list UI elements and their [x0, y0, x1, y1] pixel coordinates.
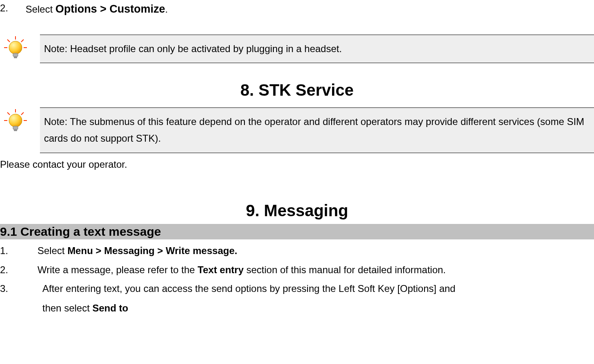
step-2-bold: Options > Customize	[55, 3, 165, 15]
section-9-1-heading: 9.1 Creating a text message	[0, 224, 594, 239]
svg-point-5	[9, 41, 22, 54]
text-run: then select	[42, 303, 92, 314]
step-body: Select Menu > Messaging > Write message.	[33, 243, 594, 259]
lightbulb-icon	[3, 108, 28, 133]
lightbulb-icon	[3, 35, 28, 60]
svg-line-2	[21, 39, 24, 42]
list-item: 2. Write a message, please refer to the …	[0, 262, 594, 278]
text-run: Write a message, please refer to the	[37, 264, 198, 275]
step-3-continuation: then select Send to	[0, 300, 594, 317]
text-run: After entering text, you can access the …	[42, 283, 455, 294]
step-2-prefix: Select	[26, 4, 55, 15]
svg-line-1	[7, 39, 10, 42]
step-2-line: 2. Select Options > Customize.	[0, 0, 594, 18]
svg-rect-6	[13, 53, 18, 57]
note-1-row: Note: Headset profile can only be activa…	[0, 35, 594, 64]
note-2-row: Note: The submenus of this feature depen…	[0, 107, 594, 153]
svg-line-10	[21, 112, 24, 115]
contact-operator-line: Please contact your operator.	[0, 156, 594, 173]
step-number: 1.	[0, 243, 33, 259]
svg-rect-14	[13, 126, 18, 129]
document-page: 2. Select Options > Customize. Note	[0, 0, 594, 333]
step-body: Write a message, please refer to the Tex…	[33, 262, 594, 278]
svg-rect-15	[14, 129, 17, 131]
svg-rect-7	[14, 57, 17, 58]
chapter-8-heading: 8. STK Service	[0, 81, 594, 99]
note-1-text: Note: Headset profile can only be activa…	[40, 35, 594, 64]
chapter-9-heading: 9. Messaging	[0, 202, 594, 220]
svg-line-9	[7, 112, 10, 115]
note-2-text: Note: The submenus of this feature depen…	[40, 107, 594, 153]
step-2-suffix: .	[165, 4, 168, 15]
text-run-bold: Menu > Messaging > Write message.	[67, 245, 237, 256]
step-2-number: 2.	[0, 0, 23, 16]
steps-9-1-list: 1. Select Menu > Messaging > Write messa…	[0, 243, 594, 297]
step-number: 3.	[0, 281, 33, 297]
list-item: 1. Select Menu > Messaging > Write messa…	[0, 243, 594, 259]
text-run: Select	[37, 245, 67, 256]
svg-point-13	[9, 114, 22, 127]
list-item: 3. After entering text, you can access t…	[0, 281, 594, 297]
text-run-bold: Text entry	[198, 264, 244, 275]
step-number: 2.	[0, 262, 33, 278]
note-2-icon-cell	[3, 107, 40, 133]
text-run-bold: Send to	[92, 303, 128, 314]
text-run: section of this manual for detailed info…	[244, 264, 446, 275]
step-body: After entering text, you can access the …	[33, 281, 594, 297]
note-1-icon-cell	[3, 35, 40, 60]
